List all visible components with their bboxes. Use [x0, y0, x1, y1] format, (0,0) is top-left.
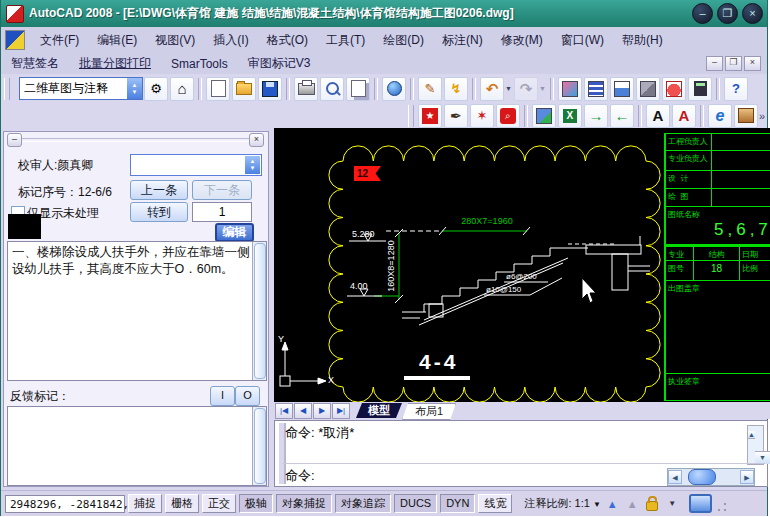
- close-button[interactable]: ×: [742, 3, 763, 24]
- menu-audit-mark-v3[interactable]: 审图标记V3: [238, 53, 321, 74]
- goto-button[interactable]: 转到: [130, 202, 188, 222]
- toolbar-grip[interactable]: [4, 78, 10, 100]
- tab-next-icon[interactable]: ▶: [313, 403, 331, 419]
- export-user-button[interactable]: [532, 104, 556, 128]
- help-button[interactable]: ?: [724, 77, 748, 101]
- browser-button[interactable]: e: [708, 104, 732, 128]
- menu-format[interactable]: 格式(O): [258, 29, 317, 52]
- goto-input[interactable]: [192, 202, 252, 222]
- command-scrollbar[interactable]: ▲ ▼: [747, 425, 764, 465]
- toolbar-lock-icon[interactable]: [644, 495, 661, 512]
- toggle-ortho[interactable]: 正交: [202, 494, 236, 513]
- plot-preview-button[interactable]: [320, 77, 344, 101]
- feedback-i-button[interactable]: I: [210, 386, 235, 406]
- sign-pen-button[interactable]: ✒: [444, 104, 468, 128]
- tab-prev-icon[interactable]: ◀: [294, 403, 312, 419]
- toggle-osnap[interactable]: 对象捕捉: [276, 494, 332, 513]
- feedback-o-button[interactable]: O: [235, 386, 260, 406]
- scale-dropdown-icon[interactable]: ▼: [593, 500, 601, 509]
- quickcalc-button[interactable]: [688, 77, 712, 101]
- menu-view[interactable]: 视图(V): [146, 29, 204, 52]
- menu-smart-sign[interactable]: 智慧签名: [1, 53, 69, 74]
- annotation-autoscale-icon[interactable]: ▲: [624, 495, 641, 512]
- prev-mark-button[interactable]: 上一条: [130, 180, 188, 200]
- edit-button[interactable]: 编辑: [215, 223, 254, 242]
- audit-find-button[interactable]: ⌕: [496, 104, 520, 128]
- menu-draw[interactable]: 绘图(D): [374, 29, 433, 52]
- annotation-visibility-icon[interactable]: ▲: [604, 495, 621, 512]
- minimize-button[interactable]: –: [692, 3, 713, 24]
- command-prompt-line[interactable]: 命令:: [285, 467, 315, 485]
- menu-file[interactable]: 文件(F): [31, 29, 88, 52]
- send-back-button[interactable]: ←: [610, 104, 634, 128]
- markup-manager-button[interactable]: [636, 77, 660, 101]
- palette-minimize-icon[interactable]: –: [7, 133, 22, 147]
- audit-badge-button[interactable]: ✶: [470, 104, 494, 128]
- child-close-button[interactable]: ×: [744, 56, 761, 71]
- toggle-ducs[interactable]: DUCS: [394, 494, 437, 513]
- status-menu-arrow-icon[interactable]: ▼: [664, 495, 681, 512]
- annotation-scale-value[interactable]: 1:1: [575, 497, 590, 509]
- dwf-button[interactable]: [382, 77, 406, 101]
- workspace-settings-button[interactable]: ⚙: [144, 77, 168, 101]
- undo-button[interactable]: ↶▼: [480, 77, 504, 101]
- workspace-combo[interactable]: 二维草图与注释 ▲▼: [19, 77, 143, 100]
- drawing-canvas[interactable]: 12 280X7=1960 5.280 160X8=1280 4.00 ø6@2…: [274, 128, 770, 402]
- menu-edit[interactable]: 编辑(E): [88, 29, 146, 52]
- menu-smartools[interactable]: SmarTools: [161, 55, 238, 73]
- plot-button[interactable]: [294, 77, 318, 101]
- child-minimize-button[interactable]: –: [706, 56, 723, 71]
- clean-screen-button[interactable]: [689, 494, 712, 513]
- menu-dimension[interactable]: 标注(N): [433, 29, 492, 52]
- toggle-otrack[interactable]: 对象追踪: [335, 494, 391, 513]
- notebook-button[interactable]: [734, 104, 758, 128]
- palette-close-icon[interactable]: ×: [249, 133, 264, 147]
- scroll-right-icon[interactable]: ▶: [740, 470, 754, 484]
- combo-spinner-icon[interactable]: ▲▼: [127, 78, 142, 99]
- toggle-polar[interactable]: 极轴: [239, 494, 273, 513]
- markup-cloud-button[interactable]: [662, 77, 686, 101]
- save-button[interactable]: [258, 77, 282, 101]
- child-restore-button[interactable]: ❐: [725, 56, 742, 71]
- tab-layout1[interactable]: 布局1: [402, 403, 456, 420]
- menu-modify[interactable]: 修改(M): [492, 29, 552, 52]
- menu-insert[interactable]: 插入(I): [204, 29, 257, 52]
- tool-palettes-button[interactable]: [584, 77, 608, 101]
- designcenter-button[interactable]: [558, 77, 582, 101]
- command-hscrollbar[interactable]: ◀ ▶: [667, 468, 755, 486]
- next-mark-button[interactable]: 下一条: [192, 180, 252, 200]
- acad-black-button[interactable]: A: [646, 104, 670, 128]
- hscroll-thumb[interactable]: [688, 469, 716, 485]
- tab-last-icon[interactable]: ▶|: [332, 403, 350, 419]
- toggle-lineweight[interactable]: 线宽: [478, 494, 512, 513]
- excel-export-button[interactable]: X: [558, 104, 582, 128]
- toolbar-overflow-icon[interactable]: »: [759, 110, 765, 122]
- undo-dropdown-icon[interactable]: ▼: [505, 85, 512, 92]
- acad-red-button[interactable]: A: [672, 104, 696, 128]
- quick-modify-button[interactable]: ↯: [444, 77, 468, 101]
- toggle-dyn[interactable]: DYN: [440, 494, 475, 513]
- tab-model[interactable]: 模型: [356, 403, 402, 418]
- mark-color-swatch[interactable]: [8, 214, 41, 239]
- tab-first-icon[interactable]: |◀: [275, 403, 293, 419]
- redo-button[interactable]: ↷▼: [514, 77, 538, 101]
- comment-textarea[interactable]: 一、楼梯除设成人扶手外，并应在靠墙一侧设幼儿扶手，其高度不应大于O．60m。: [7, 241, 267, 381]
- feedback-scrollbar[interactable]: [252, 407, 266, 485]
- toolbar-grip[interactable]: [408, 105, 414, 127]
- mark-combo[interactable]: ▲▼: [130, 154, 262, 176]
- feedback-textarea[interactable]: [7, 406, 267, 486]
- menu-batch-plot[interactable]: 批量分图打印: [69, 53, 161, 74]
- command-window[interactable]: 命令: *取消* ▲ ▼ 命令: ◀ ▶: [274, 420, 768, 487]
- qnew-button[interactable]: [206, 77, 230, 101]
- scroll-left-icon[interactable]: ◀: [668, 470, 682, 484]
- favorite-star-button[interactable]: ★: [418, 104, 442, 128]
- toggle-grid[interactable]: 栅格: [165, 494, 199, 513]
- match-properties-button[interactable]: ✎: [418, 77, 442, 101]
- maximize-button[interactable]: ❐: [717, 3, 738, 24]
- menu-help[interactable]: 帮助(H): [613, 29, 672, 52]
- menu-tools[interactable]: 工具(T): [317, 29, 374, 52]
- comment-scrollbar[interactable]: [252, 242, 266, 380]
- open-button[interactable]: [232, 77, 256, 101]
- send-forward-button[interactable]: →: [584, 104, 608, 128]
- palette-header[interactable]: – ×: [4, 132, 268, 146]
